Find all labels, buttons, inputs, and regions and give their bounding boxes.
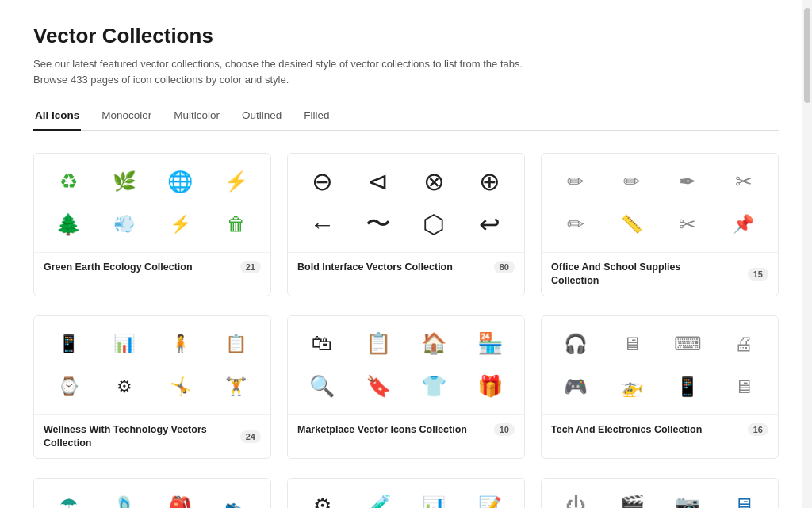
icon-cell: 🌿 [97, 160, 153, 203]
collection-card-bold-interface[interactable]: ⊖⊲⊗⊕←〜⬡↩Bold Interface Vectors Collectio… [287, 153, 525, 296]
icon-cell: 🚁 [604, 365, 661, 408]
collections-grid: ♻🌿🌐⚡🌲💨⚡🗑Green Earth Ecology Collection21… [33, 153, 779, 508]
icon-cell: 🗑 [209, 203, 265, 246]
icon-cell: 🧍 [152, 323, 209, 365]
icon-cell: 🏠 [406, 323, 462, 365]
collection-card-beach[interactable]: ☂🩴🎒👟☀📷🏖🌊Beach & Summer Collection [33, 478, 271, 509]
collection-footer: Wellness With Technology Vectors Collect… [34, 414, 270, 458]
icon-cell: 🏪 [462, 323, 519, 365]
icon-preview-office-school: ✏✏✒✂✏📏✂📌 [542, 154, 778, 252]
icon-cell: 🌐 [152, 160, 209, 203]
page-title: Vector Collections [33, 24, 779, 48]
icon-preview-marketplace: 🛍📋🏠🏪🔍🔖👕🎁 [288, 316, 524, 414]
icon-cell: 👟 [209, 485, 265, 509]
icon-cell: ☂ [40, 485, 97, 509]
icon-cell: 📱 [40, 323, 97, 365]
tab-outlined[interactable]: Outlined [240, 103, 283, 131]
icon-cell: 🎒 [152, 485, 209, 509]
tab-filled[interactable]: Filled [302, 103, 331, 131]
icon-cell: ⚡ [152, 203, 209, 246]
icon-cell: 🖥 [716, 485, 772, 509]
icon-cell: 📋 [209, 323, 265, 365]
collection-footer: Office And School Supplies Collection15 [542, 252, 778, 296]
icon-cell: 🌲 [40, 203, 97, 246]
collection-card-office-school[interactable]: ✏✏✒✂✏📏✂📌Office And School Supplies Colle… [541, 153, 779, 296]
icon-cell: 📌 [716, 203, 772, 246]
icon-cell: 🎬 [604, 485, 661, 509]
icon-cell: ⊗ [406, 160, 462, 203]
icon-cell: 🖥 [716, 365, 772, 408]
icon-preview-media: ⏻🎬📷🖥▶🎥📹📺 [542, 479, 778, 509]
icon-cell: ⏻ [548, 485, 604, 509]
icon-cell: ⚡ [209, 160, 265, 203]
icon-cell: ✏ [548, 160, 604, 203]
collection-card-marketplace[interactable]: 🛍📋🏠🏪🔍🔖👕🎁Marketplace Vector Icons Collect… [287, 315, 525, 459]
icon-cell: ⚙ [294, 485, 350, 509]
icon-cell: ⚙ [97, 365, 153, 408]
icon-cell: ⊕ [462, 160, 519, 203]
icon-cell: ♻ [40, 160, 97, 203]
page-subtitle: See our latest featured vector collectio… [33, 56, 779, 87]
icon-cell: 🔖 [350, 365, 407, 408]
icon-cell: 🎧 [548, 323, 604, 365]
icon-preview-lab: ⚙🧪📊📝🔬🧫📈📋 [288, 479, 524, 509]
collection-count: 10 [494, 423, 515, 436]
icon-cell: 📝 [462, 485, 519, 509]
icon-preview-bold-interface: ⊖⊲⊗⊕←〜⬡↩ [288, 154, 524, 252]
collection-card-tech-electronics[interactable]: 🎧🖥⌨🖨🎮🚁📱🖥Tech And Electronics Collection1… [541, 315, 779, 459]
collection-footer: Green Earth Ecology Collection21 [34, 252, 270, 282]
icon-preview-wellness-tech: 📱📊🧍📋⌚⚙🤸🏋 [34, 316, 270, 414]
icon-cell: 🖥 [604, 323, 661, 365]
icon-cell: 📊 [97, 323, 153, 365]
icon-cell: 🛍 [294, 323, 350, 365]
collection-name: Green Earth Ecology Collection [44, 261, 193, 274]
icon-cell: 👕 [406, 365, 462, 408]
collection-name: Wellness With Technology Vectors Collect… [44, 423, 218, 450]
collection-card-wellness-tech[interactable]: 📱📊🧍📋⌚⚙🤸🏋Wellness With Technology Vectors… [33, 315, 271, 459]
icon-cell: ✏ [548, 203, 604, 246]
collection-card-green-earth[interactable]: ♻🌿🌐⚡🌲💨⚡🗑Green Earth Ecology Collection21 [33, 153, 271, 296]
collection-footer: Marketplace Vector Icons Collection10 [288, 414, 524, 445]
icon-cell: 📱 [660, 365, 716, 408]
tab-monocolor[interactable]: Monocolor [100, 103, 153, 131]
collection-name: Marketplace Vector Icons Collection [297, 423, 467, 437]
collection-count: 16 [748, 423, 768, 436]
icon-cell: ← [294, 203, 350, 246]
icon-cell: ⊖ [294, 160, 350, 203]
collection-name: Tech And Electronics Collection [551, 423, 702, 437]
collection-card-media[interactable]: ⏻🎬📷🖥▶🎥📹📺Media & Technology Collection [541, 478, 779, 509]
icon-cell: ✂ [716, 160, 772, 203]
icon-preview-beach: ☂🩴🎒👟☀📷🏖🌊 [34, 479, 270, 509]
icon-cell: ✂ [660, 203, 716, 246]
collection-count: 24 [240, 430, 261, 443]
tab-bar: All IconsMonocolorMulticolorOutlinedFill… [33, 103, 779, 131]
icon-cell: 🎮 [548, 365, 604, 408]
collection-footer: Tech And Electronics Collection16 [542, 414, 778, 445]
collection-card-lab[interactable]: ⚙🧪📊📝🔬🧫📈📋Science & Lab Icons Collection [287, 478, 525, 509]
icon-cell: 🏋 [209, 365, 265, 408]
collection-count: 21 [240, 261, 261, 273]
icon-cell: 🩴 [97, 485, 153, 509]
icon-cell: ↩ [462, 203, 519, 246]
collection-name: Office And School Supplies Collection [551, 261, 726, 288]
icon-cell: ⬡ [406, 203, 462, 246]
collection-name: Bold Interface Vectors Collection [297, 261, 453, 274]
icon-cell: ⌨ [660, 323, 716, 365]
icon-cell: 📷 [660, 485, 716, 509]
tab-multicolor[interactable]: Multicolor [172, 103, 221, 131]
icon-cell: 🤸 [152, 365, 209, 408]
icon-cell: 🎁 [462, 365, 519, 408]
icon-cell: ⊲ [350, 160, 407, 203]
icon-cell: 🧪 [350, 485, 407, 509]
icon-cell: 📏 [604, 203, 661, 246]
icon-cell: 💨 [97, 203, 153, 246]
icon-preview-tech-electronics: 🎧🖥⌨🖨🎮🚁📱🖥 [542, 316, 778, 414]
icon-cell: 🖨 [716, 323, 772, 365]
icon-cell: ✒ [660, 160, 716, 203]
tab-all[interactable]: All Icons [33, 103, 81, 131]
collection-count: 15 [748, 268, 768, 281]
collection-count: 80 [494, 261, 515, 273]
icon-cell: 📊 [406, 485, 462, 509]
icon-cell: ✏ [604, 160, 661, 203]
collection-footer: Bold Interface Vectors Collection80 [288, 252, 524, 282]
